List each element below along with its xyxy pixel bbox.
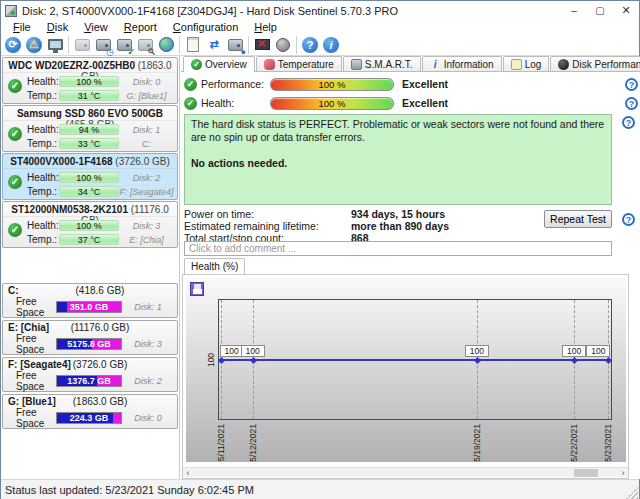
partition-size: (11176.0 GB)	[53, 322, 147, 333]
tab-information[interactable]: iInformation	[422, 56, 502, 71]
partition-card-c[interactable]: C:(418.6 GB) Free Space 351.0 GB Disk: 1	[2, 283, 178, 318]
status-last-updated: Status last updated: 5/23/2021 Sunday 6:…	[5, 484, 254, 496]
minimize-button[interactable]: –	[561, 1, 587, 20]
toolbar-separator	[179, 36, 180, 54]
tab-overview[interactable]: ✓Overview	[183, 56, 255, 72]
x-axis-date-label: 5/12/2021	[247, 424, 259, 462]
menu-report[interactable]: Report	[116, 21, 165, 33]
hard-disk-sentinel-window: Disk: 2, ST4000VX000-1F4168 [Z304DGJ4] -…	[0, 0, 640, 499]
y-axis-label: 100	[206, 352, 216, 366]
tab-smart[interactable]: S.M.A.R.T.	[343, 56, 421, 71]
close-button[interactable]: ✕	[613, 1, 639, 20]
disk-card-2-selected[interactable]: ST4000VX000-1F4168 (3726.0 GB) ✓ Health:…	[2, 153, 178, 200]
performance-sphere-icon	[558, 59, 569, 70]
partition-card-f[interactable]: F: [Seagate4](3726.0 GB) Free Space 1376…	[2, 357, 178, 392]
display-settings-icon[interactable]	[45, 35, 65, 55]
health-label: Health:	[27, 76, 59, 87]
health-bar: 94 %	[59, 124, 119, 135]
disk-size: (3726.0 GB)	[115, 156, 169, 167]
drive-letter: C:	[119, 139, 174, 149]
partition-size: (3726.0 GB)	[53, 359, 147, 370]
scrollbar-thumb[interactable]	[574, 469, 598, 477]
tab-disk-performance[interactable]: Disk Performance	[550, 56, 640, 71]
drive-letter: G: [Blue1]	[119, 91, 174, 101]
network-icon[interactable]	[156, 35, 176, 55]
smart-icon	[351, 59, 362, 70]
scroll-left-arrow[interactable]: ‹	[183, 468, 193, 478]
scroll-right-arrow[interactable]: ›	[618, 468, 628, 478]
alert-icon[interactable]: ⚠	[24, 35, 44, 55]
sound-icon[interactable]	[273, 35, 293, 55]
menu-view[interactable]: View	[76, 21, 116, 33]
info-icon: i	[430, 59, 441, 70]
menu-help[interactable]: Help	[246, 21, 285, 33]
status-help-icon[interactable]: ?	[622, 116, 635, 129]
repeat-test-button[interactable]: Repeat Test	[544, 210, 612, 228]
disk-number: Disk: 2	[122, 376, 174, 386]
performance-ok-icon: ✓	[184, 78, 197, 91]
menu-bar: File Disk View Report Configuration Help	[1, 20, 639, 34]
lifetime-label: Estimated remaining lifetime:	[184, 220, 351, 232]
disk-name: ST4000VX000-1F4168	[10, 156, 112, 167]
status-bar: Status last updated: 5/23/2021 Sunday 6:…	[1, 479, 639, 499]
temp-label: Temp.:	[27, 138, 59, 149]
disk-card-3[interactable]: ST12000NM0538-2K2101 (11176.0 GB) ✓ Heal…	[2, 201, 178, 248]
save-chart-icon[interactable]	[190, 282, 204, 296]
health-ok-icon: ✓	[184, 97, 197, 110]
health-bar: 100 %	[59, 172, 119, 183]
disk-clock-icon[interactable]: ◷	[93, 35, 113, 55]
tab-temperature[interactable]: Temperature	[256, 56, 342, 71]
disk-name: ST12000NM0538-2K2101	[11, 204, 128, 215]
temp-label: Temp.:	[27, 186, 59, 197]
menu-configuration[interactable]: Configuration	[165, 21, 246, 33]
performance-help-icon[interactable]: ?	[625, 78, 638, 91]
free-space-value: 5175.8 GB	[57, 339, 121, 349]
log-icon	[511, 59, 522, 70]
main-tabstrip: ✓Overview Temperature S.M.A.R.T. iInform…	[181, 56, 640, 72]
health-chart-tab[interactable]: Health (%)	[184, 258, 245, 274]
health-label: Health:	[201, 97, 263, 109]
disable-monitor-icon[interactable]	[252, 35, 272, 55]
maximize-button[interactable]: ▢	[587, 1, 613, 20]
health-rating: Excellent	[402, 97, 448, 109]
information-icon[interactable]: i	[321, 35, 341, 55]
status-text: The hard disk status is PERFECT. Problem…	[191, 118, 605, 144]
disk-search-icon[interactable]: 🔍︎	[135, 35, 155, 55]
help-icon[interactable]: ?	[300, 35, 320, 55]
health-help-icon[interactable]: ?	[625, 97, 638, 110]
health-chart-panel: 100 1005/11/20211005/12/20211005/19/2021…	[182, 274, 629, 479]
disk-ok-icon: ✓	[8, 223, 22, 237]
resize-grip[interactable]	[626, 487, 638, 499]
menu-file[interactable]: File	[5, 21, 39, 33]
performance-label: Performance:	[201, 78, 263, 90]
report-icon[interactable]	[183, 35, 203, 55]
disk-card-1[interactable]: Samsung SSD 860 EVO 500GB (465.8 GB) ✓ H…	[2, 105, 178, 152]
drive-letter: E: [Chia]	[119, 235, 174, 245]
health-label: Health:	[27, 220, 59, 231]
free-space-value: 351.0 GB	[57, 302, 121, 312]
toolbar-separator	[296, 36, 297, 54]
performance-gauge: 100 %	[270, 78, 394, 91]
refresh-icon[interactable]: ⟳	[3, 35, 23, 55]
tab-log[interactable]: Log	[503, 56, 550, 71]
disk-number: Disk: 1	[122, 302, 174, 312]
x-axis-date-label: 5/22/2021	[568, 424, 580, 462]
disk-card-0[interactable]: WDC WD20EZRZ-00Z5HB0 (1863.0 GB) ✓ Healt…	[2, 57, 178, 104]
repeat-test-help-icon[interactable]: ?	[622, 213, 635, 226]
partition-card-g[interactable]: G: [Blue1](1863.0 GB) Free Space 224.3 G…	[2, 394, 178, 429]
partition-card-e[interactable]: E: [Chia](11176.0 GB) Free Space 5175.8 …	[2, 320, 178, 355]
scrollbar-track[interactable]	[193, 468, 618, 477]
disk-accept-icon[interactable]: ✓	[114, 35, 134, 55]
sync-icon[interactable]: ⇄	[204, 35, 224, 55]
comment-input[interactable]	[184, 241, 612, 256]
remote-disk-icon[interactable]: ●	[225, 35, 245, 55]
health-chart: 100 1005/11/20211005/12/20211005/19/2021…	[186, 278, 626, 462]
toolbar-separator	[248, 36, 249, 54]
partition-size: (418.6 GB)	[53, 285, 147, 296]
temp-bar: 31 °C	[59, 90, 119, 101]
menu-disk[interactable]: Disk	[39, 21, 76, 33]
chart-horizontal-scrollbar[interactable]: ‹ ›	[183, 467, 628, 477]
detect-disk-icon[interactable]	[72, 35, 92, 55]
health-gauge: 100 %	[270, 97, 394, 110]
health-line	[219, 359, 611, 361]
